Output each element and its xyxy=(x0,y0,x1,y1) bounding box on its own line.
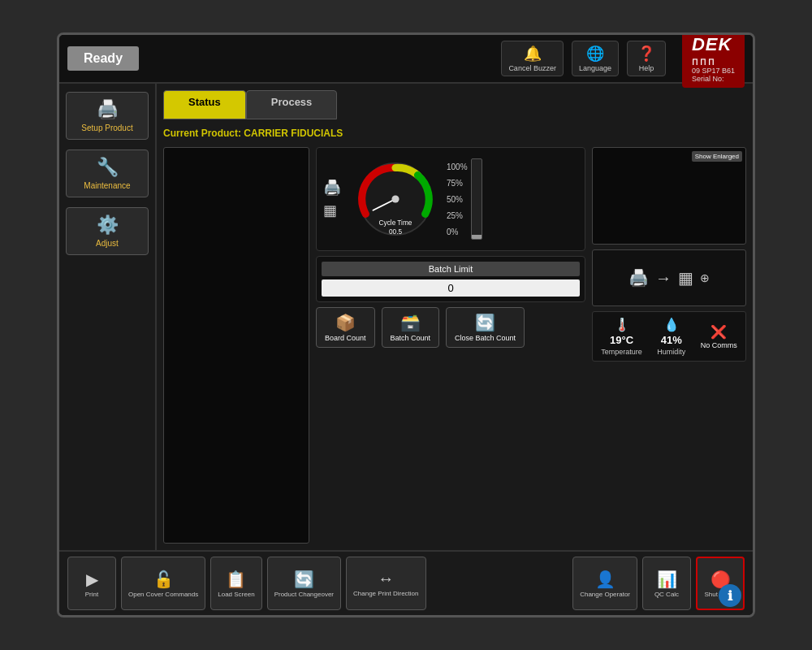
header-icons: 🔔 Cancel Buzzer 🌐 Language ❓ Help xyxy=(501,41,666,76)
print-direction-icon: ↔ xyxy=(378,570,394,588)
main-area: 🖨️ Setup Product 🔧 Maintenance ⚙️ Adjust… xyxy=(59,84,753,550)
bottom-toolbar: ▶ Print 🔓 Open Cover Commands 📋 Load Scr… xyxy=(59,550,753,615)
svg-text:00.5: 00.5 xyxy=(389,228,402,236)
center-panel: 🖨️ ▦ xyxy=(316,147,585,544)
stencil-preview: 🖨️ → ▦ ⊕ xyxy=(592,249,746,306)
humidity-icon: 💧 xyxy=(663,317,680,332)
comms-status: ❌ No Comms xyxy=(701,324,737,349)
language-icon: 🌐 xyxy=(586,45,604,63)
gauge-percent-labels: 100% 75% 50% 25% 0% xyxy=(447,158,468,240)
product-name: CARRIER FIDUCIALS xyxy=(244,128,343,139)
ready-badge: Ready xyxy=(67,46,139,71)
board-count-button[interactable]: 📦 Board Count xyxy=(316,307,375,348)
board-icon: ▦ xyxy=(678,268,693,288)
batch-limit-label: Batch Limit xyxy=(322,262,580,276)
print-icon: ▶ xyxy=(86,570,98,589)
product-label: Current Product: CARRIER FIDUCIALS xyxy=(163,124,746,142)
show-enlarged-button[interactable]: Show Enlarged xyxy=(692,151,742,162)
dek-version: 09 SP17 B61 xyxy=(692,67,735,75)
board-count-icon: 📦 xyxy=(335,313,356,332)
product-changeover-button[interactable]: 🔄 Product Changeover xyxy=(267,557,341,610)
humidity-value: 41% xyxy=(661,334,682,346)
sidebar-item-adjust[interactable]: ⚙️ Adjust xyxy=(66,207,149,255)
temperature-icon: 🌡️ xyxy=(614,317,630,332)
content-area: Status Process Current Product: CARRIER … xyxy=(157,84,753,550)
right-panel: Show Enlarged 🖨️ → ▦ ⊕ 🌡️ xyxy=(592,147,746,544)
open-cover-icon: 🔓 xyxy=(153,570,174,589)
serial-number-label: Serial No: xyxy=(692,75,724,83)
gauge-row: 🖨️ ▦ xyxy=(316,147,585,251)
arrow-icon: → xyxy=(655,269,672,288)
change-operator-button[interactable]: 👤 Change Operator xyxy=(572,557,637,610)
counts-row: 📦 Board Count 🗃️ Batch Count 🔄 Close Bat… xyxy=(316,307,585,348)
temperature-value: 19°C xyxy=(610,334,633,346)
qc-calc-icon: 📊 xyxy=(657,570,677,589)
batch-limit-section: Batch Limit 0 xyxy=(316,256,585,302)
batch-count-icon: 🗃️ xyxy=(400,313,421,332)
dek-logo: DEK ᴨᴨᴨ 09 SP17 B61 Serial No: xyxy=(682,32,745,88)
stencil-icon: ▦ xyxy=(323,202,341,219)
adjust-icon: ⚙️ xyxy=(97,214,119,236)
svg-point-2 xyxy=(391,195,399,202)
tab-process[interactable]: Process xyxy=(246,90,338,119)
change-print-direction-button[interactable]: ↔ Change Print Direction xyxy=(346,557,425,610)
info-button[interactable]: ℹ xyxy=(719,584,741,607)
temperature-display: 🌡️ 19°C Temperature xyxy=(601,317,642,356)
sidebar-item-setup-product[interactable]: 🖨️ Setup Product xyxy=(66,92,149,140)
plus-icon: ⊕ xyxy=(700,271,710,284)
comms-error-icon: ❌ xyxy=(710,324,727,340)
print-button[interactable]: ▶ Print xyxy=(67,557,116,610)
load-screen-icon: 📋 xyxy=(226,570,246,589)
operator-icon: 👤 xyxy=(595,570,615,589)
help-button[interactable]: ❓ Help xyxy=(627,41,666,76)
environment-row: 🌡️ 19°C Temperature 💧 41% Humidity xyxy=(592,311,746,362)
mid-row: 🖨️ ▦ xyxy=(163,147,746,544)
close-batch-icon: 🔄 xyxy=(475,313,495,332)
sidebar-item-maintenance[interactable]: 🔧 Maintenance xyxy=(66,150,149,197)
open-cover-commands-button[interactable]: 🔓 Open Cover Commands xyxy=(121,557,205,610)
changeover-icon: 🔄 xyxy=(294,570,314,589)
maintenance-icon: 🔧 xyxy=(97,157,119,178)
qc-calc-button[interactable]: 📊 QC Calc xyxy=(642,557,691,610)
cancel-buzzer-button[interactable]: 🔔 Cancel Buzzer xyxy=(501,41,564,76)
humidity-display: 💧 41% Humidity xyxy=(657,317,685,356)
tab-status[interactable]: Status xyxy=(163,90,246,119)
batch-limit-value[interactable]: 0 xyxy=(322,280,580,297)
cycle-time-fill xyxy=(472,235,482,239)
squeegee-icon: 🖨️ xyxy=(628,268,649,288)
svg-text:Cycle Time: Cycle Time xyxy=(379,219,412,227)
batch-count-button[interactable]: 🗃️ Batch Count xyxy=(382,307,440,348)
language-button[interactable]: 🌐 Language xyxy=(572,41,619,76)
help-icon: ❓ xyxy=(637,45,655,63)
left-camera-view xyxy=(163,147,309,544)
close-batch-count-button[interactable]: 🔄 Close Batch Count xyxy=(446,307,525,348)
top-camera-view: Show Enlarged xyxy=(592,147,746,245)
dek-brand: DEK ᴨᴨᴨ xyxy=(692,34,732,67)
load-screen-button[interactable]: 📋 Load Screen xyxy=(210,557,261,610)
tabs: Status Process xyxy=(163,90,746,119)
cycle-time-gauge: Cycle Time 00.5 xyxy=(351,154,440,244)
setup-product-icon: 🖨️ xyxy=(97,99,119,120)
header: Ready 🔔 Cancel Buzzer 🌐 Language ❓ Help … xyxy=(59,35,753,84)
board-loading-icon: 🖨️ xyxy=(323,179,341,197)
buzzer-icon: 🔔 xyxy=(524,45,542,63)
sidebar: 🖨️ Setup Product 🔧 Maintenance ⚙️ Adjust xyxy=(59,84,157,550)
cycle-time-bar xyxy=(471,158,482,240)
